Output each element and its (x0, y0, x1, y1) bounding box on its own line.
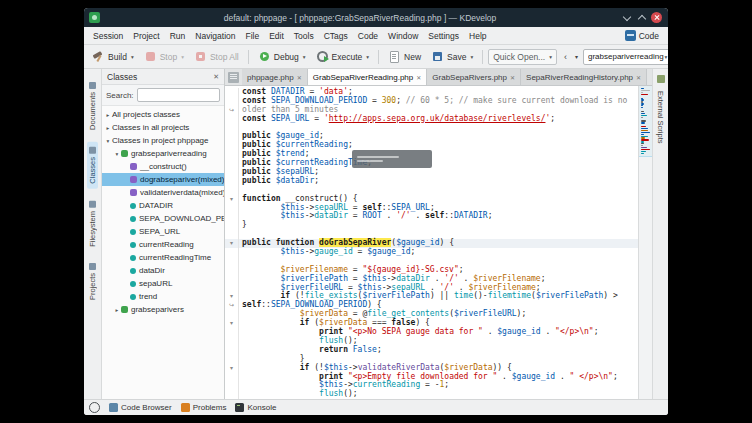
history-dropdown-button[interactable]: ▾ (572, 52, 581, 61)
area-switcher-label: Code (639, 31, 659, 41)
dropdown-arrow-icon: ▾ (366, 54, 369, 60)
menu-window[interactable]: Window (383, 31, 423, 41)
konsole-button[interactable]: Konsole (235, 403, 276, 412)
editor-tab-grabsepariverreading-php[interactable]: GrabSepaRiverReading.php✕ (308, 69, 428, 85)
dropdown-arrow-icon: ▾ (131, 54, 134, 60)
problems-icon (181, 403, 190, 412)
menu-ctags[interactable]: CTags (319, 31, 353, 41)
code-browser-button[interactable]: Code Browser (109, 403, 172, 412)
menu-tools[interactable]: Tools (289, 31, 319, 41)
dock-tab-classes[interactable]: Classes (87, 142, 98, 189)
code-editor[interactable]: const DATADIR = 'data';const SEPA_DOWNLO… (225, 86, 638, 399)
classes-search-input[interactable] (137, 88, 220, 102)
menu-file[interactable]: File (240, 31, 264, 41)
gutter (225, 177, 239, 186)
close-icon[interactable]: ✕ (213, 73, 219, 81)
tree-item--construct-[interactable]: __construct() (102, 160, 224, 173)
gutter (225, 115, 239, 124)
tree-item-classes-in-all-projects[interactable]: ▸Classes in all projects (102, 121, 224, 134)
session-status-icon[interactable] (89, 402, 100, 413)
gutter (225, 221, 239, 230)
quick-open-button[interactable]: Quick Open...▾ (488, 49, 557, 65)
class-icon (121, 150, 128, 157)
menu-settings[interactable]: Settings (423, 31, 464, 41)
maximize-button[interactable] (636, 12, 647, 23)
dock-tab-documents[interactable]: Documents (87, 77, 98, 135)
minimap-scrollbar[interactable] (638, 86, 652, 399)
minimap-line (641, 134, 644, 135)
gutter (225, 266, 239, 275)
tree-item-datadir[interactable]: dataDir (102, 264, 224, 277)
tree-item-trend[interactable]: trend (102, 290, 224, 303)
menu-project[interactable]: Project (128, 31, 164, 41)
expander-icon[interactable]: ▸ (104, 112, 112, 118)
fold-marker-icon[interactable]: ▾ (225, 319, 239, 328)
tree-item-grabseparivers[interactable]: ▸grabseparivers (102, 303, 224, 316)
code-line: const SEPA_URL = 'http://apps.sepa.org.u… (225, 115, 638, 124)
tree-item-sepa-url[interactable]: SEPA_URL (102, 225, 224, 238)
area-switcher[interactable]: Code (625, 30, 664, 41)
problems-button[interactable]: Problems (181, 403, 227, 412)
menu-code[interactable]: Code (353, 31, 383, 41)
save-button[interactable]: Save▾ (427, 48, 477, 65)
menu-session[interactable]: Session (88, 31, 128, 41)
editor-tab-grabseparivers-php[interactable]: GrabSepaRivers.php✕ (427, 69, 521, 85)
new-button[interactable]: New (384, 48, 425, 65)
fold-marker-icon[interactable]: ▾ (225, 239, 239, 248)
tree-item-sepa-download-period[interactable]: SEPA_DOWNLOAD_PERIOD (102, 212, 224, 225)
stop-all-button[interactable]: Stop All (190, 48, 243, 65)
window-title: default: phppage - [ phppage:GrabSepaRiv… (105, 13, 615, 23)
tree-item-all-projects-classes[interactable]: ▸All projects classes (102, 108, 224, 121)
stop-button[interactable]: Stop▾ (140, 48, 188, 65)
close-icon[interactable]: ✕ (636, 74, 641, 81)
menu-navigation[interactable]: Navigation (190, 31, 240, 41)
execute-button[interactable]: Execute▾ (312, 48, 373, 65)
editor-tab-phppage-php[interactable]: phppage.php✕ (242, 69, 308, 85)
gutter (225, 310, 239, 319)
tree-item-grabsepariverreading[interactable]: ▾grabsepariverreading (102, 147, 224, 160)
build-button[interactable]: Build▾ (88, 48, 138, 65)
fold-marker-icon[interactable]: ▾ (225, 364, 239, 373)
document-switcher-icon[interactable] (228, 72, 239, 83)
menu-edit[interactable]: Edit (264, 31, 289, 41)
quickopen-symbol-combo[interactable]: grabsepariverreading ▾ (583, 49, 668, 65)
tree-item-currentreading[interactable]: currentReading (102, 238, 224, 251)
tree-item-validateriverdata-mixed-[interactable]: validateriverdata(mixed) (102, 186, 224, 199)
editor-tab-separiverreadinghistory-php[interactable]: SepaRiverReadingHistory.php✕ (521, 69, 647, 85)
dock-tab-projects[interactable]: Projects (87, 258, 98, 305)
tree-item-currentreadingtime[interactable]: currentReadingTime (102, 251, 224, 264)
gutter (225, 150, 239, 159)
minimize-button[interactable] (621, 12, 632, 23)
tree-item-dograbsepariver-mixed-[interactable]: dograbsepariver(mixed) (102, 173, 224, 186)
dock-tab-filesystem[interactable]: Filesystem (87, 196, 98, 252)
close-icon[interactable]: ✕ (510, 74, 515, 81)
dock-tab-external-scripts[interactable]: External Scripts (655, 87, 666, 148)
expander-icon[interactable]: ▾ (113, 151, 121, 157)
fold-marker-icon[interactable]: ▾ (225, 292, 239, 301)
tree-label: SEPA_URL (139, 227, 180, 236)
debug-button[interactable]: Debug▾ (254, 48, 310, 65)
close-icon[interactable]: ✕ (297, 74, 302, 81)
fold-marker-icon[interactable]: ▾ (225, 195, 239, 204)
minimap-line (641, 113, 645, 114)
gutter (225, 159, 239, 168)
class-icon (121, 306, 128, 313)
toolbar-label: Quick Open... (493, 52, 545, 62)
menu-run[interactable]: Run (165, 31, 191, 41)
expander-icon[interactable]: ▾ (104, 138, 112, 144)
menu-help[interactable]: Help (464, 31, 491, 41)
expander-icon[interactable]: ▸ (104, 125, 112, 131)
tree-item-sepaurl[interactable]: sepaURL (102, 277, 224, 290)
toolbar-label: New (404, 52, 421, 62)
dropdown-arrow-icon: ▾ (303, 54, 306, 60)
tree-item-datadir[interactable]: DATADIR (102, 199, 224, 212)
history-back-button[interactable]: ‹ (561, 51, 570, 63)
expander-icon[interactable]: ▸ (113, 307, 121, 313)
gutter (225, 230, 239, 239)
minimap-line (641, 94, 648, 95)
close-button[interactable] (651, 12, 662, 23)
close-icon[interactable]: ✕ (416, 74, 421, 81)
toolview-label: Problems (193, 403, 227, 412)
left-dock-tabbar: DocumentsClassesFilesystemProjects (84, 69, 102, 399)
tree-item-classes-in-project-phppage[interactable]: ▾Classes in project phppage (102, 134, 224, 147)
